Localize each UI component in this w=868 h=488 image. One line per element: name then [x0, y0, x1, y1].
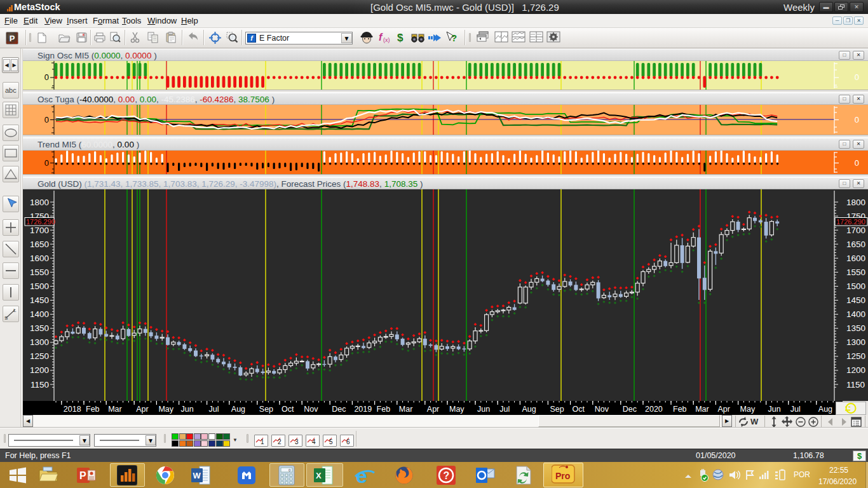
svg-text:Nov: Nov: [304, 405, 318, 414]
svg-text:1726.290: 1726.290: [26, 218, 55, 226]
svg-text:Sep: Sep: [550, 405, 564, 414]
svg-text:1800: 1800: [846, 198, 865, 207]
svg-text:Aug: Aug: [522, 405, 536, 414]
svg-text:Feb: Feb: [377, 405, 391, 414]
svg-text:Jun: Jun: [768, 405, 781, 414]
svg-text:3: 3: [295, 438, 299, 445]
svg-text:1150: 1150: [846, 380, 865, 390]
svg-text:?: ?: [444, 470, 450, 481]
svg-text:1250: 1250: [846, 351, 865, 361]
svg-text:Apr: Apr: [136, 405, 148, 414]
svg-text:1700: 1700: [30, 226, 49, 235]
svg-text:Jun: Jun: [181, 405, 194, 414]
svg-text:Feb: Feb: [673, 405, 687, 414]
svg-text:f: f: [379, 32, 383, 43]
svg-text:0: 0: [44, 115, 49, 125]
svg-text:?: ?: [451, 32, 457, 43]
svg-text:1450: 1450: [30, 295, 49, 305]
svg-text:Jul: Jul: [209, 405, 219, 414]
svg-text:1200: 1200: [846, 365, 865, 375]
svg-text:0: 0: [44, 72, 49, 82]
svg-text:0: 0: [855, 158, 859, 168]
svg-text:1350: 1350: [846, 323, 865, 333]
svg-text:4: 4: [312, 438, 316, 445]
svg-text:Oct: Oct: [281, 405, 294, 414]
svg-text:(x): (x): [383, 37, 390, 43]
svg-text:0: 0: [44, 158, 49, 168]
svg-text:6: 6: [346, 438, 350, 445]
svg-text:1650: 1650: [30, 240, 49, 249]
svg-text:P: P: [79, 470, 86, 481]
svg-text:2: 2: [278, 438, 281, 445]
svg-text:1550: 1550: [846, 268, 865, 277]
svg-text:1600: 1600: [30, 254, 49, 263]
svg-text:Mar: Mar: [399, 405, 413, 414]
svg-text:S: S: [4, 315, 8, 321]
svg-text:1450: 1450: [846, 295, 865, 305]
svg-text:Mar: Mar: [108, 405, 122, 414]
svg-text:1300: 1300: [846, 337, 865, 347]
svg-text:May: May: [740, 405, 756, 414]
svg-text:Apr: Apr: [717, 405, 729, 414]
svg-text:Jul: Jul: [790, 405, 801, 414]
svg-text:0: 0: [855, 115, 859, 125]
svg-text:1: 1: [261, 438, 264, 445]
svg-text:1726.290: 1726.290: [836, 218, 865, 226]
svg-text:1200: 1200: [30, 365, 49, 375]
svg-text:1700: 1700: [846, 226, 865, 235]
svg-text:Jun: Jun: [477, 405, 490, 414]
svg-text:L: L: [13, 308, 17, 313]
svg-text:1800: 1800: [30, 198, 49, 207]
svg-text:2020: 2020: [645, 405, 663, 414]
svg-text:Aug: Aug: [818, 405, 832, 414]
svg-text:1650: 1650: [846, 240, 865, 249]
svg-text:0: 0: [855, 72, 859, 82]
svg-text:$: $: [397, 32, 403, 44]
svg-text:Nov: Nov: [595, 405, 609, 414]
svg-text:1400: 1400: [30, 309, 49, 319]
svg-text:abc: abc: [5, 86, 17, 94]
svg-text:Feb: Feb: [86, 405, 100, 414]
svg-text:1400: 1400: [846, 309, 865, 319]
svg-text:Jul: Jul: [499, 405, 510, 414]
svg-text:1150: 1150: [31, 380, 49, 390]
svg-text:W: W: [193, 471, 201, 480]
svg-text:1300: 1300: [30, 337, 49, 347]
svg-text:Mar: Mar: [695, 405, 709, 414]
svg-text:Dec: Dec: [332, 405, 346, 414]
svg-text:1500: 1500: [30, 281, 49, 291]
svg-text:1350: 1350: [30, 323, 49, 333]
svg-text:2019: 2019: [354, 405, 372, 414]
svg-text:Pro: Pro: [555, 471, 570, 481]
svg-text:1600: 1600: [846, 254, 865, 263]
svg-text:Sep: Sep: [259, 405, 273, 414]
svg-text:X: X: [316, 471, 322, 480]
svg-text:2018: 2018: [64, 405, 81, 414]
svg-text:5: 5: [329, 438, 333, 445]
svg-text:Aug: Aug: [231, 405, 245, 414]
svg-text:May: May: [158, 405, 173, 414]
svg-text:1250: 1250: [30, 351, 49, 361]
svg-text:May: May: [449, 405, 465, 414]
svg-text:1550: 1550: [30, 268, 49, 277]
svg-text:Apr: Apr: [427, 405, 439, 414]
svg-text:Oct: Oct: [573, 405, 585, 414]
svg-text:Dec: Dec: [623, 405, 637, 414]
svg-text:1500: 1500: [846, 281, 865, 291]
